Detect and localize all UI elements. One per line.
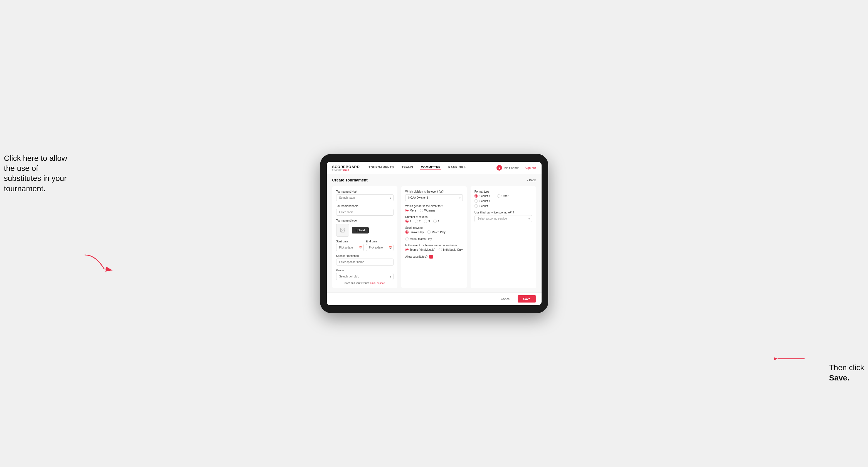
- nav-rankings[interactable]: RANKINGS: [448, 165, 466, 170]
- left-column: Tournament Host ▾ Tournament name Tourna…: [332, 186, 398, 288]
- event-type-radio-group: Teams (+Individuals) Individuals Only: [405, 248, 463, 251]
- tournament-name-input[interactable]: [336, 209, 394, 216]
- rounds-group: Number of rounds 1 2: [405, 215, 463, 223]
- rounds-3-radio[interactable]: [424, 220, 427, 223]
- format-type-options: 5 count 4 Other 6 count 4: [474, 194, 532, 208]
- right-column: Format type 5 count 4 Other: [471, 186, 536, 288]
- sponsor-label: Sponsor (optional): [336, 254, 394, 257]
- tablet-screen: SCOREBOARD Powered by clippd TOURNAMENTS…: [327, 162, 541, 305]
- calendar-icon-end: 📅: [389, 246, 392, 249]
- division-select[interactable]: NCAA Division I: [405, 194, 463, 201]
- substitutes-group: Allow substitutes? ✓: [405, 255, 463, 258]
- host-input-wrapper: ▾: [336, 194, 394, 201]
- gender-mens[interactable]: Mens: [405, 209, 416, 212]
- end-date-label: End date: [366, 240, 394, 243]
- venue-label: Venue: [336, 269, 394, 272]
- nav-bar: SCOREBOARD Powered by clippd TOURNAMENTS…: [327, 162, 541, 174]
- tournament-name-group: Tournament name: [336, 205, 394, 216]
- scoring-match-radio[interactable]: [427, 230, 431, 234]
- rounds-2-radio[interactable]: [415, 220, 418, 223]
- gender-mens-radio[interactable]: [405, 209, 408, 212]
- date-row: Start date 📅 End date 📅: [336, 240, 394, 251]
- end-date-group: End date 📅: [366, 240, 394, 251]
- upload-button[interactable]: Upload: [352, 227, 369, 234]
- gender-womens-radio[interactable]: [420, 209, 423, 212]
- event-type-group: Is this event for Teams and/or Individua…: [405, 244, 463, 251]
- format-5count4-radio[interactable]: [474, 194, 478, 197]
- back-link[interactable]: ‹ Back: [527, 178, 536, 182]
- format-6count5[interactable]: 6 count 5: [474, 204, 532, 208]
- format-type-group: Format type 5 count 4 Other: [474, 190, 532, 208]
- annotation-right-text: Then click: [829, 363, 864, 372]
- scoring-api-select[interactable]: Select a scoring service: [474, 215, 532, 222]
- page-content: Create Tournament ‹ Back Tournament Host…: [327, 174, 541, 292]
- venue-input[interactable]: [336, 273, 394, 280]
- event-individuals-radio[interactable]: [439, 248, 442, 251]
- rounds-1[interactable]: 1: [405, 220, 411, 223]
- event-type-label: Is this event for Teams and/or Individua…: [405, 244, 463, 247]
- scoring-api-label: Use third-party live scoring API?: [474, 211, 532, 214]
- substitutes-checkbox[interactable]: ✓: [429, 255, 433, 258]
- rounds-2[interactable]: 2: [415, 220, 421, 223]
- format-type-label: Format type: [474, 190, 532, 193]
- sponsor-input[interactable]: [336, 258, 394, 266]
- annotation-right: Then click Save.: [829, 363, 864, 383]
- gender-womens[interactable]: Womens: [420, 209, 435, 212]
- cancel-button[interactable]: Cancel: [496, 295, 515, 303]
- format-other[interactable]: Other: [497, 194, 508, 197]
- dates-group: Start date 📅 End date 📅: [336, 240, 394, 251]
- division-group: Which division is the event for? NCAA Di…: [405, 190, 463, 201]
- rounds-4-radio[interactable]: [433, 220, 437, 223]
- rounds-4[interactable]: 4: [433, 220, 439, 223]
- rounds-3[interactable]: 3: [424, 220, 430, 223]
- scoring-medal[interactable]: Medal Match Play: [405, 237, 432, 241]
- scoring-stroke-radio[interactable]: [405, 230, 408, 234]
- start-date-label: Start date: [336, 240, 364, 243]
- logo-powered: Powered by clippd: [332, 169, 360, 171]
- calendar-icon-start: 📅: [359, 246, 362, 249]
- start-date-group: Start date 📅: [336, 240, 364, 251]
- substitutes-checkbox-group: Allow substitutes? ✓: [405, 255, 463, 258]
- rounds-label: Number of rounds: [405, 215, 463, 218]
- scoring-match[interactable]: Match Play: [427, 230, 445, 234]
- scoring-medal-radio[interactable]: [405, 237, 408, 241]
- scoring-stroke[interactable]: Stroke Play: [405, 230, 424, 234]
- rounds-1-radio[interactable]: [405, 220, 408, 223]
- save-button[interactable]: Save: [518, 295, 536, 303]
- event-individuals[interactable]: Individuals Only: [439, 248, 463, 251]
- substitutes-label: Allow substitutes?: [405, 255, 428, 258]
- nav-logo: SCOREBOARD Powered by clippd: [332, 165, 360, 171]
- annotation-left-text: Click here to allow the use of substitut…: [4, 154, 67, 193]
- format-6count4-radio[interactable]: [474, 199, 478, 203]
- event-teams-radio[interactable]: [405, 248, 408, 251]
- arrow-right-icon: [774, 353, 807, 364]
- substitutes-checkbox-label[interactable]: ✓: [429, 255, 433, 258]
- event-teams[interactable]: Teams (+Individuals): [405, 248, 435, 251]
- svg-point-4: [341, 229, 342, 230]
- middle-column: Which division is the event for? NCAA Di…: [401, 186, 467, 288]
- gender-label: Which gender is the event for?: [405, 205, 463, 208]
- name-label: Tournament name: [336, 205, 394, 208]
- annotation-left: Click here to allow the use of substitut…: [4, 153, 76, 194]
- nav-tournaments[interactable]: TOURNAMENTS: [368, 165, 394, 170]
- venue-group: Venue ▾ Can't find your venue? email sup…: [336, 269, 394, 284]
- nav-teams[interactable]: TEAMS: [401, 165, 413, 170]
- division-label: Which division is the event for?: [405, 190, 463, 193]
- page-title: Create Tournament: [332, 178, 368, 182]
- format-6count5-radio[interactable]: [474, 204, 478, 208]
- avatar: B: [496, 165, 502, 170]
- host-label: Tournament Host: [336, 190, 394, 193]
- scoring-api-select-wrapper: Select a scoring service ▾: [474, 215, 532, 222]
- sign-out-link[interactable]: Sign out: [525, 166, 536, 169]
- nav-links: TOURNAMENTS TEAMS COMMITTEE RANKINGS: [368, 165, 496, 170]
- nav-committee[interactable]: COMMITTEE: [420, 165, 441, 170]
- scoring-system-group: Scoring system Stroke Play Match Play: [405, 226, 463, 241]
- email-support-link[interactable]: email support: [370, 282, 385, 284]
- format-other-radio[interactable]: [497, 194, 500, 197]
- search-team-input[interactable]: [336, 194, 394, 201]
- venue-input-wrapper: ▾: [336, 273, 394, 280]
- format-5count4[interactable]: 5 count 4: [474, 194, 490, 197]
- sponsor-group: Sponsor (optional): [336, 254, 394, 266]
- logo-scoreboard: SCOREBOARD: [332, 165, 360, 169]
- format-6count4[interactable]: 6 count 4: [474, 199, 532, 203]
